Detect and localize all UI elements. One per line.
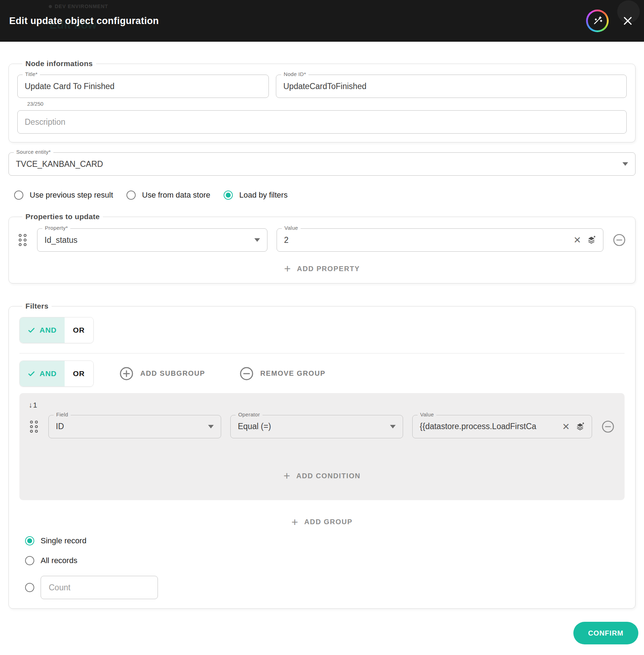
and-label: AND [40,369,57,378]
add-group-button[interactable]: + ADD GROUP [19,517,625,527]
add-subgroup-button[interactable]: ADD SUBGROUP [119,366,205,381]
close-icon [622,15,633,27]
add-property-label: ADD PROPERTY [297,265,360,273]
or-segment[interactable]: OR [65,317,94,343]
dialog-header: DEV ENVIRONMENT Edit flow Edit update ob… [0,0,644,42]
node-info-row: Title* Update Card To Finished Node ID* … [17,75,627,98]
condition-sort-indicator: ↓1 [29,401,615,409]
count-input[interactable] [41,576,158,599]
drag-handle-icon[interactable] [17,234,28,246]
value-label: Value [282,225,301,231]
radio-icon[interactable] [25,583,34,592]
property-label: Property* [42,225,70,231]
or-segment[interactable]: OR [65,361,94,386]
chevron-down-icon [622,162,628,166]
remove-group-button[interactable]: REMOVE GROUP [239,366,326,381]
or-label: OR [73,326,85,334]
check-icon [28,326,35,334]
condition-value-text: {{datastore.process.LoadFirstCa [420,422,562,431]
radio-load-by-filters[interactable]: Load by filters [224,191,288,200]
title-value: Update Card To Finished [25,82,261,91]
property-value-field[interactable]: Value 2 ✕ [277,228,603,252]
stack-plus-icon[interactable] [575,422,585,431]
property-select[interactable]: Property* Id_status [37,228,267,252]
dialog-body: Node informations Title* Update Card To … [0,64,644,609]
field-value: ID [56,422,203,431]
field-label: Field [54,411,71,417]
plus-icon: + [284,264,291,274]
stack-plus-icon[interactable] [587,235,596,245]
or-label: OR [73,369,85,378]
properties-legend: Properties to update [22,212,103,221]
radio-icon[interactable] [14,191,23,200]
node-id-label: Node ID* [281,71,308,77]
operator-value: Equal (=) [238,422,385,431]
add-condition-label: ADD CONDITION [296,472,361,480]
group-and-or-toggle: AND OR [19,361,94,387]
group-header-row: AND OR ADD SUBGROUP [19,361,625,387]
node-id-value: UpdateCardToFinished [283,82,619,91]
root-and-or-toggle: AND OR [19,317,94,343]
radio-use-data-store[interactable]: Use from data store [126,191,210,200]
remove-condition-button[interactable] [601,420,615,433]
properties-fieldset: Properties to update Property* Id_status… [8,217,636,283]
source-entity-label: Source entity* [14,149,53,155]
chevron-down-icon [254,238,260,242]
confirm-button[interactable]: CONFIRM [573,622,638,644]
plus-icon: + [291,517,299,527]
radio-icon[interactable] [126,191,136,200]
group-divider [19,353,625,353]
and-label: AND [40,326,57,334]
filters-legend: Filters [22,302,52,310]
header-actions [586,10,635,32]
radio-icon[interactable] [224,191,233,200]
node-informations-fieldset: Node informations Title* Update Card To … [8,64,636,142]
condition-value-field[interactable]: Value {{datastore.process.LoadFirstCa ✕ [412,415,592,438]
operator-select[interactable]: Operator Equal (=) [230,415,403,438]
value-tools: ✕ [562,422,585,431]
condition-index: 1 [33,401,37,409]
field-select[interactable]: Field ID [48,415,221,438]
radio-use-previous-step[interactable]: Use previous step result [14,191,113,200]
title-counter: 23/250 [27,101,627,107]
filters-fieldset: Filters AND OR AND OR [8,306,636,609]
title-label: Title* [23,71,40,77]
radio-icon[interactable] [25,556,34,565]
clear-icon[interactable]: ✕ [573,235,581,245]
radio-icon[interactable] [25,536,34,545]
property-row: Property* Id_status Value 2 ✕ [17,228,627,252]
source-entity-select[interactable]: Source entity* TVCE_KANBAN_CARD [8,152,636,176]
add-property-button[interactable]: + ADD PROPERTY [17,264,627,274]
and-segment[interactable]: AND [20,317,65,343]
assist-button[interactable] [586,10,609,32]
radio-single-record[interactable]: Single record [25,536,625,545]
node-informations-legend: Node informations [22,59,96,68]
radio-all-records[interactable]: All records [25,556,625,565]
condition-group-panel: ↓1 Field ID Operator Equal (=) [19,393,625,500]
add-subgroup-label: ADD SUBGROUP [140,369,205,378]
edit-update-object-dialog: DEV ENVIRONMENT Edit flow Edit update ob… [0,0,644,655]
title-field[interactable]: Title* Update Card To Finished [17,75,269,98]
add-condition-button[interactable]: + ADD CONDITION [29,471,615,481]
description-input[interactable] [25,111,619,133]
record-mode-radio-group: Single record All records [25,536,625,599]
and-segment[interactable]: AND [20,361,65,386]
close-button[interactable] [621,14,635,28]
radio-count[interactable] [25,576,625,599]
chevron-down-icon [390,425,396,428]
magic-wand-icon [592,16,603,26]
clear-icon[interactable]: ✕ [562,422,570,431]
arrow-down-icon: ↓ [29,401,33,409]
operator-label: Operator [236,411,262,417]
description-field[interactable] [17,110,627,134]
node-id-field[interactable]: Node ID* UpdateCardToFinished [276,75,627,98]
radio-label: Use previous step result [30,191,113,200]
source-entity-value: TVCE_KANBAN_CARD [16,159,618,169]
page-title: Edit update object configuration [9,16,159,27]
check-icon [28,370,35,378]
remove-property-button[interactable] [613,233,626,247]
value-label: Value [418,411,436,417]
drag-handle-icon[interactable] [29,421,39,433]
remove-group-label: REMOVE GROUP [260,369,326,378]
load-mode-radio-group: Use previous step result Use from data s… [14,189,636,201]
